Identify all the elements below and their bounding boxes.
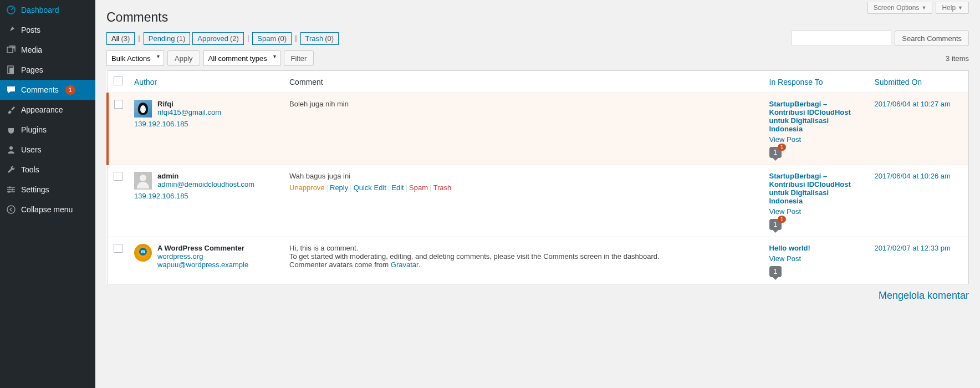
sidebar-item-posts[interactable]: Posts xyxy=(0,20,95,40)
comment-count-bubble[interactable]: 11 xyxy=(769,147,782,158)
svg-rect-5 xyxy=(9,187,11,188)
submitted-date[interactable]: 2017/06/04 at 10:27 am xyxy=(875,100,951,108)
user-icon xyxy=(6,144,17,155)
sidebar-item-dashboard[interactable]: Dashboard xyxy=(0,0,95,20)
main-content: Screen Options ▼ Help ▼ Comments All (3)… xyxy=(95,0,980,388)
row-checkbox[interactable] xyxy=(114,244,122,253)
view-post-link[interactable]: View Post xyxy=(769,135,864,144)
post-title-link[interactable]: StartupBerbagi – Kontribusi IDCloudHost … xyxy=(769,100,851,133)
sliders-icon xyxy=(6,184,17,195)
help-tab[interactable]: Help ▼ xyxy=(936,2,969,14)
filter-spam[interactable]: Spam (0) xyxy=(252,32,292,45)
screen-options-tab[interactable]: Screen Options ▼ xyxy=(867,2,933,14)
submitted-date[interactable]: 2017/06/04 at 10:26 am xyxy=(875,172,951,180)
svg-rect-6 xyxy=(12,189,13,191)
brush-icon xyxy=(6,104,17,115)
avatar xyxy=(134,100,152,118)
sidebar-item-comments[interactable]: Comments 1 xyxy=(0,80,95,100)
submitted-date[interactable]: 2017/02/07 at 12:33 pm xyxy=(875,244,951,252)
col-comment: Comment xyxy=(289,78,323,86)
filter-count: (2) xyxy=(230,34,239,43)
comment-count-bubble[interactable]: 11 xyxy=(769,219,782,230)
comment-count-bubble[interactable]: 1 xyxy=(769,266,782,277)
sidebar-item-label: Posts xyxy=(21,25,40,34)
col-submitted[interactable]: Submitted On xyxy=(875,78,922,86)
action-trash[interactable]: Trash xyxy=(433,183,451,192)
chevron-down-icon: ▼ xyxy=(921,5,926,11)
filter-count: (1) xyxy=(176,34,185,43)
filter-count: (0) xyxy=(278,34,287,43)
filter-count: (3) xyxy=(121,34,130,43)
filter-label: Pending xyxy=(149,34,175,43)
filter-button[interactable]: Filter xyxy=(284,50,314,66)
dashboard-icon xyxy=(6,4,17,16)
author-email[interactable]: rifqi415@gmail.com xyxy=(157,108,221,116)
apply-button[interactable]: Apply xyxy=(167,50,200,66)
row-actions: Unapprove|Reply|Quick Edit|Edit|Spam|Tra… xyxy=(289,183,758,192)
sidebar-item-label: Comments xyxy=(21,85,59,94)
svg-point-4 xyxy=(9,146,13,150)
sidebar-item-tools[interactable]: Tools xyxy=(0,160,95,180)
filter-pending[interactable]: Pending (1) xyxy=(144,32,191,45)
sidebar-item-settings[interactable]: Settings xyxy=(0,180,95,200)
sidebar-item-media[interactable]: Media xyxy=(0,40,95,60)
sidebar-item-collapse[interactable]: Collapse menu xyxy=(0,200,95,219)
pending-count-badge: 1 xyxy=(778,216,787,223)
filter-label: Approved xyxy=(197,34,228,43)
post-title-link[interactable]: Hello world! xyxy=(769,244,810,252)
sidebar-item-label: Users xyxy=(21,145,42,154)
author-url[interactable]: wordpress.org xyxy=(157,252,248,261)
page-title: Comments xyxy=(106,10,969,25)
filter-approved[interactable]: Approved (2) xyxy=(192,32,244,45)
row-checkbox[interactable] xyxy=(114,172,122,181)
author-email[interactable]: admin@demoidcloudhost.com xyxy=(157,180,254,188)
filter-trash[interactable]: Trash (0) xyxy=(300,32,339,45)
gravatar-link[interactable]: Gravatar xyxy=(391,261,418,269)
table-row: A WordPress Commenterwordpress.orgwapuu@… xyxy=(108,237,969,284)
sidebar-item-label: Appearance xyxy=(21,105,63,114)
view-post-link[interactable]: View Post xyxy=(769,254,864,263)
tab-label: Screen Options xyxy=(874,4,920,12)
sidebar-item-users[interactable]: Users xyxy=(0,140,95,160)
col-response[interactable]: In Response To xyxy=(769,78,823,86)
author-name: Rifqi xyxy=(157,100,173,108)
status-filter: All (3) | Pending (1) Approved (2) | Spa… xyxy=(106,32,339,45)
wrench-icon xyxy=(6,164,17,175)
select-all-checkbox[interactable] xyxy=(114,76,122,85)
sidebar-item-appearance[interactable]: Appearance xyxy=(0,100,95,120)
comment-type-select[interactable]: All comment types xyxy=(203,50,280,66)
chevron-down-icon: ▼ xyxy=(958,5,963,11)
action-reply[interactable]: Reply xyxy=(330,183,348,192)
search-input[interactable] xyxy=(792,30,891,46)
bulk-actions-select[interactable]: Bulk Actions xyxy=(106,50,164,66)
row-checkbox[interactable] xyxy=(114,100,123,109)
author-ip[interactable]: 139.192.106.185 xyxy=(134,120,278,128)
view-post-link[interactable]: View Post xyxy=(769,207,864,216)
search-button[interactable]: Search Comments xyxy=(895,30,969,46)
action-unapprove[interactable]: Unapprove xyxy=(289,183,325,192)
table-row: Rifqirifqi415@gmail.com139.192.106.185Bo… xyxy=(108,93,969,165)
sidebar-item-label: Settings xyxy=(21,185,49,194)
pin-icon xyxy=(6,24,17,35)
col-author[interactable]: Author xyxy=(134,78,157,86)
pages-icon xyxy=(6,64,17,75)
post-title-link[interactable]: StartupBerbagi – Kontribusi IDCloudHost … xyxy=(769,172,851,205)
sidebar-item-plugins[interactable]: Plugins xyxy=(0,120,95,140)
comment-icon xyxy=(6,84,17,95)
author-ip[interactable]: 139.192.106.185 xyxy=(134,192,278,200)
sidebar-item-pages[interactable]: Pages xyxy=(0,60,95,80)
action-edit[interactable]: Edit xyxy=(391,183,404,192)
author-name: admin xyxy=(157,172,178,180)
manage-comments-link[interactable]: Mengelola komentar xyxy=(879,290,969,301)
author-name: A WordPress Commenter xyxy=(157,244,244,252)
author-email[interactable]: wapuu@wordpress.example xyxy=(157,261,248,269)
sidebar-item-label: Dashboard xyxy=(21,6,59,14)
action-quick-edit[interactable]: Quick Edit xyxy=(354,183,386,192)
svg-point-1 xyxy=(13,47,15,49)
filter-all[interactable]: All (3) xyxy=(106,32,135,45)
sidebar-item-label: Tools xyxy=(21,165,39,174)
svg-point-8 xyxy=(7,206,15,213)
action-spam[interactable]: Spam xyxy=(409,183,428,192)
avatar xyxy=(134,244,152,262)
sidebar-item-label: Collapse menu xyxy=(21,205,73,214)
